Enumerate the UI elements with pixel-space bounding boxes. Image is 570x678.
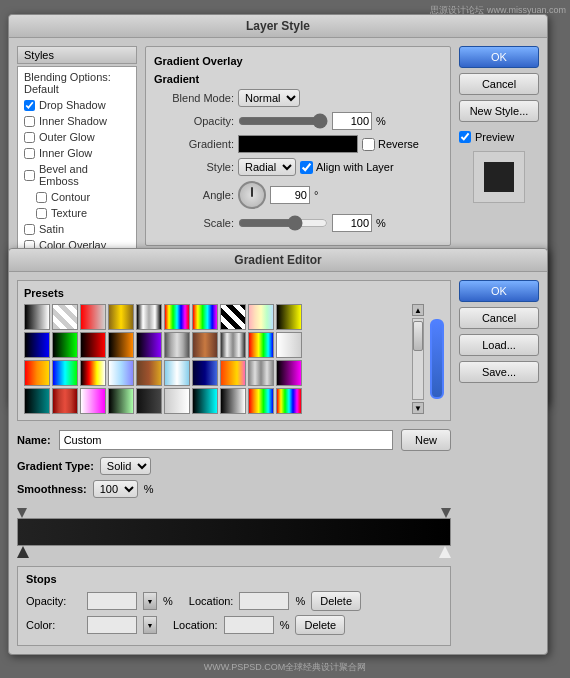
gradient-picker[interactable] [238,135,358,153]
preset-1[interactable] [24,304,50,330]
preset-15[interactable] [136,332,162,358]
preset-9[interactable] [248,304,274,330]
stops-opacity-dropdown[interactable]: ▼ [143,592,157,610]
angle-row: Angle: ° [154,181,442,209]
styles-item-texture[interactable]: Texture [20,205,134,221]
styles-item-bevel-emboss[interactable]: Bevel and Emboss [20,161,134,189]
reverse-checkbox[interactable] [362,138,375,151]
stops-color-delete-button[interactable]: Delete [295,615,345,635]
preset-2[interactable] [52,304,78,330]
preset-31[interactable] [24,388,50,414]
gradient-type-select[interactable]: Solid [100,457,151,475]
preset-22[interactable] [52,360,78,386]
preset-10[interactable] [276,304,302,330]
preset-32[interactable] [52,388,78,414]
stops-opacity-input[interactable] [87,592,137,610]
ge-load-button[interactable]: Load... [459,334,539,356]
preset-19[interactable] [248,332,274,358]
scroll-down-arrow[interactable]: ▼ [412,402,424,414]
ge-cancel-button[interactable]: Cancel [459,307,539,329]
preset-30[interactable] [276,360,302,386]
opacity-slider[interactable] [238,114,328,128]
preset-36[interactable] [164,388,190,414]
preset-14[interactable] [108,332,134,358]
preset-5[interactable] [136,304,162,330]
inner-glow-checkbox[interactable] [24,148,35,159]
preset-11[interactable] [24,332,50,358]
contour-checkbox[interactable] [36,192,47,203]
drop-shadow-checkbox[interactable] [24,100,35,111]
preset-40[interactable] [276,388,302,414]
scale-row: Scale: % [154,214,442,232]
styles-item-inner-glow[interactable]: Inner Glow [20,145,134,161]
angle-dial[interactable] [238,181,266,209]
stops-opacity-delete-button[interactable]: Delete [311,591,361,611]
preset-3[interactable] [80,304,106,330]
bevel-emboss-checkbox[interactable] [24,170,35,181]
preset-20[interactable] [276,332,302,358]
preset-26[interactable] [164,360,190,386]
styles-item-drop-shadow[interactable]: Drop Shadow [20,97,134,113]
preset-33[interactable] [80,388,106,414]
angle-input[interactable] [270,186,310,204]
preset-12[interactable] [52,332,78,358]
stops-color-dropdown[interactable]: ▼ [143,616,157,634]
opacity-input[interactable] [332,112,372,130]
stops-color-location-input[interactable] [224,616,274,634]
outer-glow-checkbox[interactable] [24,132,35,143]
texture-checkbox[interactable] [36,208,47,219]
scroll-up-arrow[interactable]: ▲ [412,304,424,316]
cancel-button[interactable]: Cancel [459,73,539,95]
color-stop-right[interactable] [439,546,451,558]
preset-17[interactable] [192,332,218,358]
name-input[interactable] [59,430,393,450]
gradient-main-bar[interactable] [17,518,451,546]
preset-16[interactable] [164,332,190,358]
preset-34[interactable] [108,388,134,414]
inner-shadow-checkbox[interactable] [24,116,35,127]
new-style-button[interactable]: New Style... [459,100,539,122]
blend-mode-select[interactable]: Normal [238,89,300,107]
styles-item-satin[interactable]: Satin [20,221,134,237]
ge-ok-button[interactable]: OK [459,280,539,302]
stops-opacity-location-input[interactable] [239,592,289,610]
preview-inner [484,162,514,192]
preset-21[interactable] [24,360,50,386]
new-gradient-button[interactable]: New [401,429,451,451]
ok-button[interactable]: OK [459,46,539,68]
stops-opacity-location-pct: % [295,595,305,607]
ge-save-button[interactable]: Save... [459,361,539,383]
preset-39[interactable] [248,388,274,414]
styles-item-contour[interactable]: Contour [20,189,134,205]
smoothness-select[interactable]: 100 [93,480,138,498]
preset-7[interactable] [192,304,218,330]
preset-25[interactable] [136,360,162,386]
preset-35[interactable] [136,388,162,414]
satin-checkbox[interactable] [24,224,35,235]
styles-item-outer-glow[interactable]: Outer Glow [20,129,134,145]
preset-38[interactable] [220,388,246,414]
scroll-track[interactable] [412,318,424,400]
styles-item-inner-shadow[interactable]: Inner Shadow [20,113,134,129]
scale-input[interactable] [332,214,372,232]
preset-23[interactable] [80,360,106,386]
preview-checkbox[interactable] [459,131,471,143]
stops-color-input[interactable] [87,616,137,634]
preset-28[interactable] [220,360,246,386]
opacity-stop-right[interactable] [441,508,451,518]
preset-37[interactable] [192,388,218,414]
preset-4[interactable] [108,304,134,330]
preset-29[interactable] [248,360,274,386]
align-layer-checkbox[interactable] [300,161,313,174]
preset-8[interactable] [220,304,246,330]
opacity-stop-left[interactable] [17,508,27,518]
scale-slider[interactable] [238,216,328,230]
preset-27[interactable] [192,360,218,386]
preset-6[interactable] [164,304,190,330]
style-select[interactable]: Radial [238,158,296,176]
preset-24[interactable] [108,360,134,386]
preset-13[interactable] [80,332,106,358]
styles-item-blending[interactable]: Blending Options: Default [20,69,134,97]
color-stop-left[interactable] [17,546,29,558]
preset-18[interactable] [220,332,246,358]
